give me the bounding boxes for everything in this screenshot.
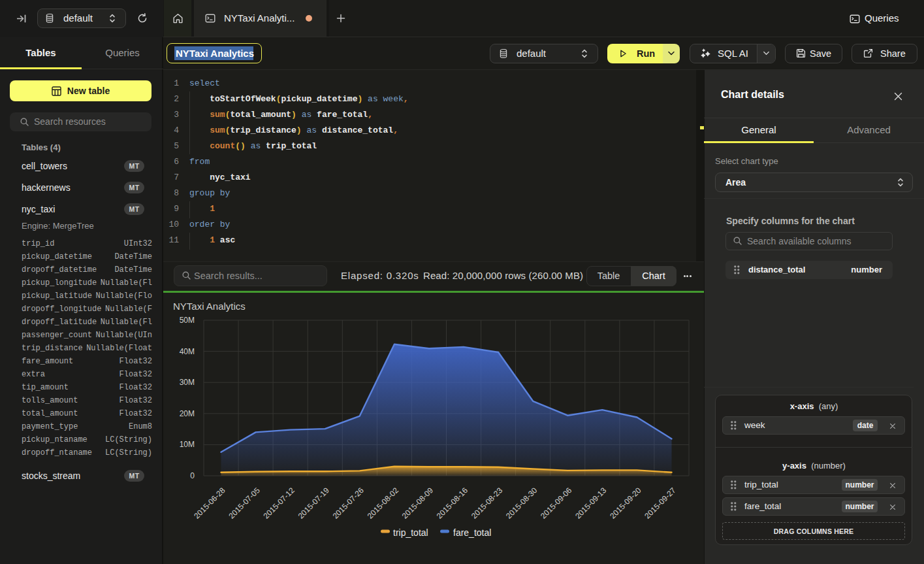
svg-text:50M: 50M [180,316,195,325]
svg-text:10M: 10M [180,440,195,449]
svg-text:40M: 40M [180,347,195,356]
svg-text:2015-09-13: 2015-09-13 [573,486,609,521]
svg-text:2015-07-05: 2015-07-05 [227,486,262,521]
svg-text:2015-09-27: 2015-09-27 [643,486,678,521]
svg-text:2015-06-28: 2015-06-28 [192,486,227,521]
svg-text:2015-07-12: 2015-07-12 [262,486,297,521]
svg-text:0: 0 [190,471,195,480]
svg-text:2015-08-02: 2015-08-02 [366,486,401,521]
svg-text:30M: 30M [180,378,195,387]
svg-text:2015-08-09: 2015-08-09 [400,486,436,521]
svg-text:NYTaxi Analytics: NYTaxi Analytics [173,301,246,312]
svg-text:2015-07-26: 2015-07-26 [331,486,366,521]
svg-text:2015-08-16: 2015-08-16 [435,486,470,521]
svg-text:fare_total: fare_total [453,527,491,538]
svg-text:2015-09-06: 2015-09-06 [539,486,574,521]
svg-text:2015-08-30: 2015-08-30 [504,486,539,521]
svg-text:20M: 20M [180,409,195,418]
svg-text:2015-08-23: 2015-08-23 [470,486,505,521]
svg-text:trip_total: trip_total [393,527,428,538]
svg-text:2015-09-20: 2015-09-20 [608,486,643,521]
svg-text:2015-07-19: 2015-07-19 [296,486,332,521]
